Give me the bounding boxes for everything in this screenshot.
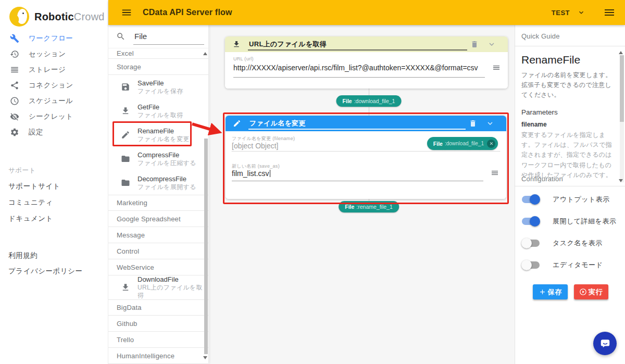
- toggle-output-display[interactable]: [521, 194, 540, 205]
- flow-menu-icon[interactable]: [121, 7, 132, 18]
- sidebar-item-label: スケジュール: [29, 96, 73, 106]
- task-item-getfile[interactable]: GetFile ファイルを取得: [108, 99, 208, 123]
- task-search: [108, 25, 208, 48]
- output-badge-rename-file: File:rename_file_1: [339, 201, 399, 212]
- toggle-label: タスク名を表示: [553, 239, 603, 248]
- task-item-renamefile[interactable]: RenameFile ファイル名を変更: [108, 123, 208, 147]
- folder-icon: [121, 154, 130, 164]
- quick-guide-title: Quick Guide: [521, 32, 560, 40]
- quick-guide-panel: Quick Guide RenameFile ファイルの名前を変更します。拡張子…: [515, 25, 625, 364]
- task-category-storage[interactable]: Storage: [108, 59, 208, 75]
- task-item-compressfile[interactable]: CompressFile ファイルを圧縮する: [108, 147, 208, 171]
- toggle-expand-details[interactable]: [521, 216, 540, 227]
- search-input[interactable]: [133, 29, 200, 43]
- scroll-up-arrow[interactable]: [203, 52, 207, 55]
- run-button[interactable]: 実行: [574, 284, 608, 299]
- chat-fab-button[interactable]: [593, 332, 617, 355]
- link-support-site[interactable]: サポートサイト: [0, 178, 108, 194]
- sidebar-item-secret[interactable]: シークレット: [0, 109, 108, 124]
- text-caret: [270, 170, 270, 177]
- task-category-webservice[interactable]: WebService: [108, 259, 208, 275]
- guide-scroll-area: RenameFile ファイルの名前を変更します。拡張子も変更できるので注意して…: [515, 46, 625, 189]
- scroll-down-arrow[interactable]: [203, 356, 207, 359]
- task-category-control[interactable]: Control: [108, 243, 208, 259]
- task-item-savefile[interactable]: SaveFile ファイルを保存: [108, 75, 208, 99]
- folder-icon: [121, 178, 130, 187]
- task-category-excel[interactable]: Excel: [108, 48, 208, 59]
- task-category-label: Google Spreadsheet: [108, 215, 181, 223]
- file-chip-download-file[interactable]: File:download_file_1: [427, 137, 498, 150]
- history-icon: [10, 49, 19, 59]
- task-card-header[interactable]: ファイル名を変更: [226, 116, 506, 131]
- chevron-down-icon[interactable]: [485, 119, 495, 128]
- gear-icon: [10, 128, 19, 137]
- task-category-label: Marketing: [108, 199, 147, 207]
- sidebar-item-label: ストレージ: [29, 65, 66, 74]
- task-category-github[interactable]: Github: [108, 316, 208, 332]
- list-icon: [10, 65, 19, 74]
- guide-scroll-up-arrow[interactable]: [619, 51, 623, 54]
- task-category-label: WebService: [108, 263, 154, 271]
- task-item-title: CompressFile: [138, 151, 196, 159]
- task-item-decompressfile[interactable]: DecompressFile ファイルを展開する: [108, 171, 208, 195]
- task-category-marketing[interactable]: Marketing: [108, 195, 208, 211]
- trash-icon[interactable]: [469, 119, 477, 128]
- chip-close-button[interactable]: [487, 140, 495, 148]
- scrollbar-thumb[interactable]: [204, 139, 208, 354]
- task-item-title: GetFile: [138, 103, 183, 111]
- link-privacy-policy[interactable]: プライバシーポリシー: [0, 263, 108, 279]
- task-category-google-spreadsheet[interactable]: Google Spreadsheet: [108, 211, 208, 227]
- guide-scroll-down-arrow[interactable]: [619, 179, 623, 182]
- task-item-subtitle: ファイルを展開する: [138, 183, 196, 191]
- chevron-down-icon[interactable]: [487, 40, 496, 49]
- download-icon: [121, 106, 130, 116]
- link-terms[interactable]: 利用規約: [0, 248, 108, 263]
- share-icon: [10, 81, 19, 90]
- save-as-field-value[interactable]: film_list.csv: [232, 169, 270, 178]
- page-title: CData API Server flow: [143, 8, 232, 17]
- toggle-editor-mode[interactable]: [521, 260, 540, 270]
- field-menu-icon[interactable]: [492, 64, 501, 72]
- roboticrowd-logo[interactable]: RoboticCrowd: [0, 0, 108, 27]
- task-item-title: DecompressFile: [138, 175, 196, 183]
- toggle-label: アウトプット表示: [553, 195, 610, 204]
- filename-field-value[interactable]: [object Object]: [232, 142, 279, 150]
- toggle-label: エディタモード: [553, 260, 603, 270]
- guide-scrollbar-thumb[interactable]: [620, 55, 624, 122]
- sidebar-item-connection[interactable]: コネクション: [0, 78, 108, 93]
- toggle-show-task-name[interactable]: [521, 238, 540, 248]
- task-category-label: Message: [108, 231, 145, 239]
- app-menu-icon[interactable]: [603, 6, 616, 19]
- sidebar-item-storage[interactable]: ストレージ: [0, 62, 108, 78]
- download-icon: [121, 283, 130, 292]
- flow-canvas: URL上のファイルを取得 URL (url) http://XXXXX/apis…: [208, 25, 515, 364]
- download-icon: [232, 40, 241, 48]
- task-card-title: ファイル名を変更: [249, 119, 306, 128]
- task-category-humanintelligence[interactable]: HumanIntelligence: [108, 348, 208, 364]
- url-field-value[interactable]: http://XXXXX/apiserver/api.rsc/film_list…: [233, 64, 478, 72]
- guide-parameters-title: Parameters: [521, 108, 614, 116]
- link-documents[interactable]: ドキュメント: [0, 210, 108, 227]
- task-item-downloadfile[interactable]: DownloadFile URL上のファイルを取得: [108, 275, 208, 299]
- env-dropdown[interactable]: TEST: [552, 8, 585, 17]
- task-category-label: BigData: [108, 304, 142, 311]
- field-menu-icon[interactable]: [491, 169, 499, 177]
- save-button[interactable]: 保存: [533, 284, 568, 299]
- task-category-bigdata[interactable]: BigData: [108, 299, 208, 316]
- sidebar-item-schedule[interactable]: スケジュール: [0, 93, 108, 109]
- main-sidebar: RoboticCrowd ワークフローセッションストレージコネクションスケジュー…: [0, 0, 108, 364]
- toggle-label: 展開して詳細を表示: [553, 217, 616, 226]
- output-badge-download-file: File:download_file_1: [336, 95, 402, 107]
- task-item-subtitle: ファイルを保存: [138, 87, 183, 95]
- link-community[interactable]: コミュニティ: [0, 194, 108, 210]
- pencil-icon: [233, 119, 241, 128]
- task-card-header[interactable]: URL上のファイルを取得: [225, 36, 508, 52]
- trash-icon[interactable]: [470, 40, 479, 48]
- sidebar-item-workflow[interactable]: ワークフロー: [0, 31, 108, 46]
- sidebar-item-settings[interactable]: 設定: [0, 124, 108, 140]
- task-category-trello[interactable]: Trello: [108, 332, 208, 348]
- eye-off-icon: [10, 112, 19, 121]
- task-category-label: Excel: [108, 49, 134, 57]
- task-category-message[interactable]: Message: [108, 227, 208, 243]
- sidebar-item-session[interactable]: セッション: [0, 46, 108, 62]
